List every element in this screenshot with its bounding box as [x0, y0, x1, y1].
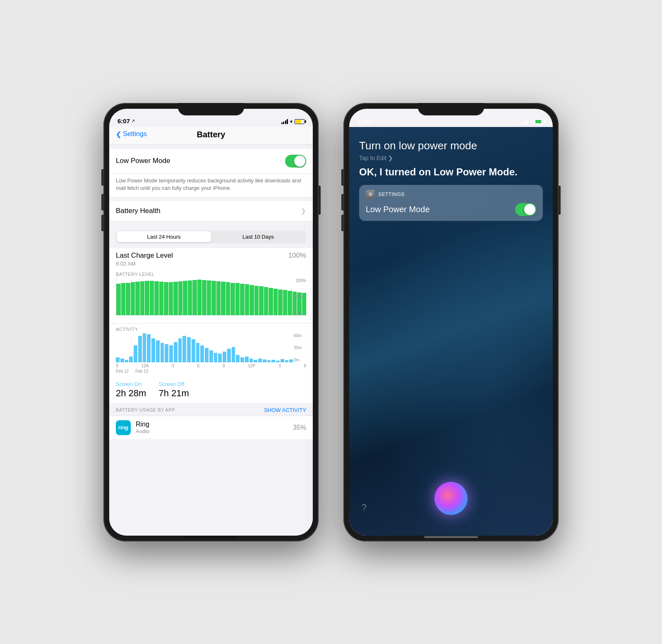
app-info-ring: Ring Audio: [136, 421, 293, 434]
activity-chart: [116, 333, 293, 362]
activity-bar: [174, 342, 177, 362]
time-right: 6:08: [357, 117, 370, 124]
low-power-toggle[interactable]: [285, 155, 306, 168]
activity-bar: [218, 354, 222, 362]
notch-right: [418, 103, 484, 115]
charge-time: 8:02 AM: [116, 261, 173, 267]
battery-bar: [283, 290, 288, 315]
battery-bar: [159, 282, 164, 315]
left-phone: 6:07 ↗ ▾ ❮ Se: [103, 103, 319, 541]
screen-stats: Screen On 2h 28m Screen Off 7h 21m: [109, 377, 313, 403]
activity-bar: [116, 357, 120, 362]
siri-tap-edit[interactable]: Tap to Edit ❯: [359, 155, 543, 161]
battery-bar: [145, 281, 149, 315]
separator2: [109, 197, 313, 201]
screen-on-label: Screen On: [116, 381, 146, 387]
low-power-row[interactable]: Low Power Mode: [109, 149, 313, 174]
low-power-description: Low Power Mode temporarily reduces backg…: [109, 174, 313, 197]
activity-bar: [165, 344, 168, 362]
settings-gear-icon: ⚙: [366, 190, 375, 199]
activity-bar: [258, 359, 262, 362]
battery-bar: [192, 280, 197, 315]
activity-bar: [223, 352, 226, 362]
battery-bar: [121, 283, 126, 315]
activity-bar: [281, 359, 284, 362]
screen-off-stat: Screen Off 7h 21m: [158, 381, 189, 399]
y-label-100: 100%: [295, 278, 306, 283]
siri-card-toggle[interactable]: [515, 203, 536, 216]
left-screen: 6:07 ↗ ▾ ❮ Se: [109, 109, 313, 536]
battery-chart-title: BATTERY LEVEL: [116, 272, 306, 277]
siri-screen: Turn on low power mode Tap to Edit ❯ OK,…: [349, 127, 553, 536]
x-label-9: 9: [116, 364, 118, 368]
activity-bar: [187, 337, 191, 362]
segment-control[interactable]: Last 24 Hours Last 10 Days: [116, 230, 306, 243]
battery-bar: [164, 282, 168, 315]
activity-bar: [276, 361, 280, 362]
battery-health-row[interactable]: Battery Health ❯: [109, 201, 313, 221]
siri-response-section: OK, I turned on Low Power Mode. ⚙ SETTIN…: [349, 165, 553, 227]
notch: [178, 103, 244, 115]
activity-bar: [263, 359, 266, 362]
activity-bar: [161, 343, 164, 362]
signal-icon-right: [521, 119, 528, 124]
segment-24h[interactable]: Last 24 Hours: [117, 231, 211, 242]
app-icon-ring: ring: [116, 420, 131, 435]
x-label-6b: 6: [304, 364, 306, 368]
right-phone: 6:08 ↗ ▾ Turn o: [343, 103, 559, 541]
battery-bar: [240, 284, 245, 315]
siri-card-header: ⚙ SETTINGS: [366, 190, 536, 199]
charge-percent: 100%: [288, 251, 306, 260]
battery-bar: [269, 288, 273, 315]
battery-bar: [131, 282, 135, 315]
home-indicator-left: [184, 536, 238, 538]
y-label-0m: 0m: [294, 358, 306, 362]
location-icon-right: ↗: [371, 118, 375, 124]
chevron-icon: ❯: [301, 207, 306, 215]
battery-fill-right: [535, 120, 541, 123]
y-label-30m: 30m: [294, 345, 306, 350]
activity-bar: [134, 345, 137, 362]
charge-label: Last Charge Level: [116, 251, 173, 260]
battery-bar: [178, 281, 183, 315]
activity-bar: [178, 338, 182, 362]
battery-bar: [211, 281, 216, 315]
activity-bar: [182, 336, 186, 362]
show-activity-link[interactable]: SHOW ACTIVITY: [264, 407, 306, 413]
app-row-ring[interactable]: ring Ring Audio 35%: [109, 416, 313, 439]
toggle-knob: [294, 156, 305, 167]
activity-bar: [245, 357, 249, 362]
battery-bar: [207, 280, 211, 315]
activity-bar: [120, 359, 124, 362]
back-chevron-icon: ❮: [116, 130, 121, 138]
siri-response-text: OK, I turned on Low Power Mode.: [359, 165, 543, 178]
activity-chart-title: ACTIVITY: [116, 327, 306, 332]
siri-orb[interactable]: [434, 482, 468, 515]
battery-fill: [295, 120, 301, 123]
battery-bar: [264, 287, 269, 315]
activity-bar: [200, 345, 204, 362]
activity-bar: [125, 360, 129, 362]
activity-bar: [151, 338, 155, 362]
activity-bar: [143, 333, 146, 362]
battery-bar: [150, 281, 154, 315]
charge-info: Last Charge Level 8:02 AM 100%: [109, 248, 313, 268]
x-label-12p: 12P: [248, 364, 255, 368]
segment-10d[interactable]: Last 10 Days: [211, 231, 305, 242]
activity-bar: [267, 360, 271, 362]
screen-on-stat: Screen On 2h 28m: [116, 381, 146, 399]
battery-bar: [235, 283, 240, 315]
battery-chart-section: BATTERY LEVEL 100% 50% 0%: [109, 268, 313, 323]
low-power-label: Low Power Mode: [116, 157, 170, 165]
siri-question-icon[interactable]: ?: [362, 502, 367, 513]
siri-toggle-knob: [524, 204, 535, 215]
wifi-icon-right: ▾: [530, 119, 532, 124]
battery-bar: [169, 282, 173, 315]
battery-health-label: Battery Health: [116, 207, 161, 215]
activity-bar: [209, 350, 213, 362]
activity-bar: [192, 339, 195, 362]
battery-bar: [173, 282, 178, 315]
wifi-icon: ▾: [290, 119, 293, 124]
battery-bar: [288, 291, 292, 315]
x-label-3b: 3: [278, 364, 281, 368]
